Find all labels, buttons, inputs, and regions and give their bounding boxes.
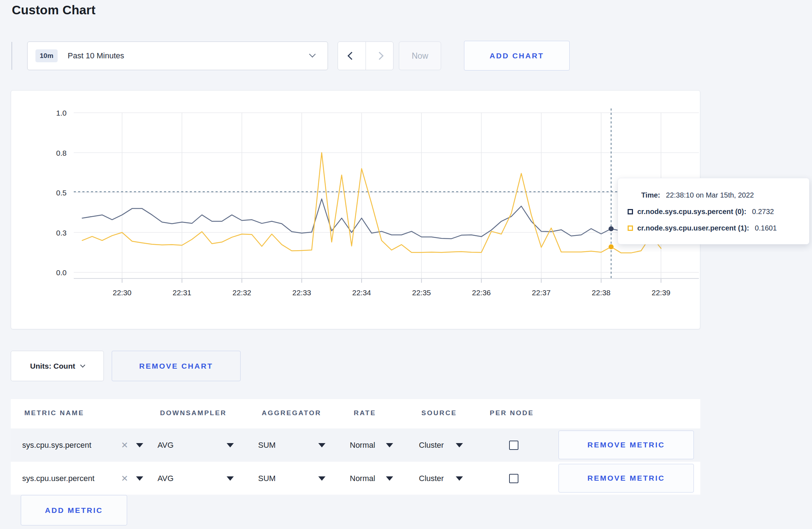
svg-text:22:35: 22:35 [412,288,431,297]
toolbar-left-divider [11,42,12,70]
metric-name-select[interactable]: sys.cpu.sys.percent [22,428,91,462]
source-caret[interactable] [456,462,463,495]
per-node-checkbox[interactable] [509,441,518,450]
col-header-source: SOURCE [421,409,457,417]
svg-text:22:31: 22:31 [173,288,192,297]
downsampler-caret[interactable] [227,428,234,462]
user-series-swatch-icon [628,225,633,231]
remove-metric-button[interactable]: REMOVE METRIC [559,464,694,492]
units-dropdown[interactable]: Units: Count [11,351,104,381]
svg-text:22:32: 22:32 [232,288,251,297]
custom-chart-plot[interactable]: 0.00.30.50.81.022:3022:3122:3222:3322:34… [11,91,701,330]
per-node-cell [509,428,518,462]
svg-text:22:36: 22:36 [472,288,491,297]
svg-text:22:38: 22:38 [592,288,611,297]
aggregator-caret[interactable] [318,462,325,495]
downsampler-select[interactable]: AVG [158,428,174,462]
page-title: Custom Chart [12,3,96,17]
time-range-dropdown[interactable]: 10m Past 10 Minutes [27,42,328,70]
chart-tooltip: Time: 22:38:10 on Mar 15th, 2022 cr.node… [618,178,809,244]
table-row: sys.cpu.user.percent ✕ AVG SUM Normal Cl… [11,462,700,495]
time-step-group [338,42,393,70]
svg-text:0.0: 0.0 [56,268,67,277]
col-header-rate: RATE [354,409,376,417]
metric-name-select[interactable]: sys.cpu.user.percent [22,462,95,495]
caret-down-icon [318,476,325,481]
svg-text:0.8: 0.8 [56,149,67,157]
source-select[interactable]: Cluster [419,428,444,462]
svg-text:22:30: 22:30 [113,288,132,297]
rate-caret[interactable] [386,428,393,462]
svg-text:0.5: 0.5 [56,189,67,197]
aggregator-select[interactable]: SUM [258,428,276,462]
remove-chart-button[interactable]: REMOVE CHART [112,351,241,381]
caret-down-icon [136,443,143,447]
remove-metric-x-icon[interactable]: ✕ [121,462,128,495]
tooltip-series-value: 0.1601 [755,224,777,232]
prev-time-button[interactable] [338,42,366,70]
source-caret[interactable] [456,428,463,462]
chevron-down-icon [309,51,315,57]
tooltip-time-label: Time: [641,191,660,199]
svg-text:0.3: 0.3 [56,229,67,237]
tooltip-series-value: 0.2732 [752,208,774,216]
aggregator-select[interactable]: SUM [258,462,276,495]
add-chart-button[interactable]: ADD CHART [464,41,570,71]
col-header-downsampler: DOWNSAMPLER [160,409,227,417]
caret-down-icon [386,476,393,481]
chevron-left-icon [348,52,356,60]
time-range-label: Past 10 Minutes [68,51,124,60]
now-button[interactable]: Now [399,42,441,70]
metrics-table-header: METRIC NAME DOWNSAMPLER AGGREGATOR RATE … [11,399,700,428]
col-header-metric-name: METRIC NAME [24,409,84,417]
per-node-checkbox[interactable] [509,474,518,483]
chevron-right-icon [375,52,383,60]
rate-select[interactable]: Normal [350,428,375,462]
rate-select[interactable]: Normal [350,462,375,495]
downsampler-select[interactable]: AVG [158,462,174,495]
tooltip-series-label: cr.node.sys.cpu.user.percent (1): [637,224,749,232]
tooltip-series-label: cr.node.sys.cpu.sys.percent (0): [637,208,746,216]
sys-series-swatch-icon [628,209,633,214]
col-header-per-node: PER NODE [490,409,534,417]
caret-down-icon [456,443,463,447]
table-row: sys.cpu.sys.percent ✕ AVG SUM Normal Clu… [11,428,700,462]
chart-card: 0.00.30.50.81.022:3022:3122:3222:3322:34… [11,90,700,329]
add-metric-button[interactable]: ADD METRIC [21,495,127,525]
svg-text:22:39: 22:39 [652,288,671,297]
caret-down-icon [136,476,143,481]
caret-down-icon [227,476,234,481]
metric-name-caret[interactable] [136,428,143,462]
source-select[interactable]: Cluster [419,462,444,495]
tooltip-time-value: 22:38:10 on Mar 15th, 2022 [666,191,754,199]
svg-text:22:37: 22:37 [532,288,551,297]
caret-down-icon [318,443,325,447]
chevron-down-icon [80,362,85,367]
caret-down-icon [386,443,393,447]
caret-down-icon [456,476,463,481]
metrics-table: METRIC NAME DOWNSAMPLER AGGREGATOR RATE … [11,399,700,495]
next-time-button[interactable] [366,42,393,70]
metric-name-caret[interactable] [136,462,143,495]
per-node-cell [509,462,518,495]
time-range-badge: 10m [35,49,58,62]
svg-text:1.0: 1.0 [56,109,67,117]
rate-caret[interactable] [386,462,393,495]
svg-text:22:33: 22:33 [292,288,311,297]
remove-metric-button[interactable]: REMOVE METRIC [559,431,694,459]
units-dropdown-label: Units: Count [30,362,75,370]
downsampler-caret[interactable] [227,462,234,495]
aggregator-caret[interactable] [318,428,325,462]
remove-metric-x-icon[interactable]: ✕ [121,428,128,462]
caret-down-icon [227,443,234,447]
svg-text:22:34: 22:34 [352,288,371,297]
col-header-aggregator: AGGREGATOR [262,409,322,417]
